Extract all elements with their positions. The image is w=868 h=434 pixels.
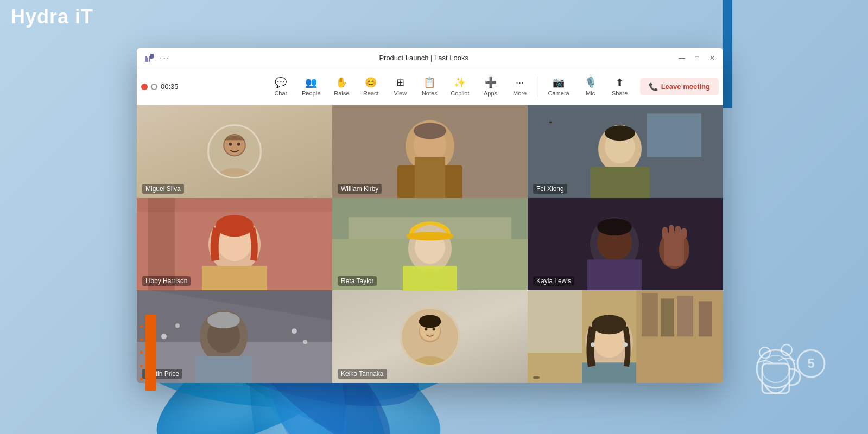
svg-point-74 bbox=[425, 328, 427, 330]
kayla-name: Kayla Lewis bbox=[533, 276, 574, 286]
people-button[interactable]: 👥 People bbox=[296, 73, 326, 100]
teams-window: ··· Product Launch | Last Looks — □ ✕ 00… bbox=[137, 48, 723, 383]
svg-text:5: 5 bbox=[807, 356, 814, 371]
apps-button[interactable]: ➕ Apps bbox=[477, 73, 504, 100]
notes-button[interactable]: 📋 Notes bbox=[416, 73, 443, 100]
svg-rect-63 bbox=[195, 356, 252, 383]
camera-button[interactable]: 📷 Camera bbox=[543, 73, 575, 100]
chat-button[interactable]: 💬 Chat bbox=[267, 73, 294, 100]
video-cell-reta: Reta Taylor bbox=[332, 198, 528, 291]
svg-point-32 bbox=[605, 125, 635, 141]
svg-point-88 bbox=[623, 343, 628, 347]
reta-name: Reta Taylor bbox=[338, 276, 377, 286]
svg-rect-57 bbox=[669, 225, 674, 238]
svg-rect-59 bbox=[681, 228, 687, 239]
view-button[interactable]: ⊞ View bbox=[387, 73, 414, 100]
svg-point-67 bbox=[175, 324, 180, 328]
recording-time: 00:35 bbox=[161, 82, 179, 91]
chat-icon: 💬 bbox=[275, 76, 287, 88]
svg-rect-78 bbox=[642, 293, 658, 337]
accent-bar bbox=[723, 0, 732, 108]
miguel-name: Miguel Silva bbox=[142, 184, 184, 194]
app-logo: Hydra iT bbox=[11, 5, 93, 28]
recording-circle bbox=[151, 84, 157, 90]
title-bar-left: ··· bbox=[143, 52, 170, 64]
svg-point-75 bbox=[433, 328, 435, 330]
copilot-icon: ✨ bbox=[454, 76, 466, 88]
svg-point-53 bbox=[597, 218, 632, 235]
people-icon: 👥 bbox=[305, 76, 317, 88]
share-button[interactable]: ⬆ Share bbox=[606, 73, 633, 100]
react-label: React bbox=[363, 90, 379, 97]
libby-name: Libby Harrison bbox=[142, 276, 191, 286]
title-bar-menu[interactable]: ··· bbox=[160, 53, 170, 63]
recording-dot bbox=[141, 84, 148, 90]
apps-icon: ➕ bbox=[485, 76, 497, 88]
svg-rect-30 bbox=[590, 167, 650, 197]
raise-icon: ✋ bbox=[335, 76, 347, 88]
keiko-avatar bbox=[400, 307, 460, 367]
camera-icon: 📷 bbox=[553, 76, 565, 88]
svg-rect-52 bbox=[587, 259, 642, 290]
notes-icon: 📋 bbox=[423, 76, 435, 88]
close-button[interactable]: ✕ bbox=[708, 54, 717, 62]
title-bar-controls: — □ ✕ bbox=[677, 54, 717, 62]
apps-label: Apps bbox=[484, 90, 497, 97]
svg-rect-82 bbox=[528, 290, 582, 353]
svg-rect-79 bbox=[661, 299, 674, 337]
svg-rect-28 bbox=[647, 113, 701, 157]
recording-indicator: 00:35 bbox=[141, 77, 179, 97]
copilot-badge: 5 bbox=[732, 336, 841, 423]
raise-button[interactable]: ✋ Raise bbox=[328, 73, 355, 100]
chat-label: Chat bbox=[274, 90, 287, 97]
video-cell-miguel: Miguel Silva bbox=[137, 105, 332, 198]
mic-icon: 🎙️ bbox=[585, 76, 597, 88]
svg-point-65 bbox=[207, 312, 240, 329]
ninth-name bbox=[533, 376, 540, 379]
leave-meeting-label: Leave meeting bbox=[661, 82, 710, 91]
svg-point-87 bbox=[591, 343, 595, 347]
svg-point-86 bbox=[592, 315, 626, 335]
video-cell-libby: Libby Harrison bbox=[137, 198, 332, 291]
svg-rect-25 bbox=[415, 157, 445, 197]
svg-point-19 bbox=[229, 143, 232, 146]
view-icon: ⊞ bbox=[396, 76, 404, 88]
toolbar-separator-1 bbox=[538, 77, 538, 97]
view-label: View bbox=[394, 90, 407, 97]
svg-point-33 bbox=[549, 121, 552, 123]
copilot-label: Copilot bbox=[451, 90, 469, 97]
phone-icon: 📞 bbox=[649, 82, 658, 91]
video-grid: Miguel Silva William Kirby bbox=[137, 105, 723, 383]
more-button[interactable]: ··· More bbox=[506, 74, 534, 100]
video-cell-kayla: Kayla Lewis bbox=[528, 198, 723, 291]
react-icon: 😊 bbox=[365, 76, 377, 88]
mic-label: Mic bbox=[586, 90, 595, 97]
react-button[interactable]: 😊 React bbox=[357, 73, 384, 100]
orange-bar bbox=[145, 315, 156, 391]
svg-point-26 bbox=[414, 123, 446, 139]
svg-rect-81 bbox=[699, 302, 712, 337]
title-bar: ··· Product Launch | Last Looks — □ ✕ bbox=[137, 48, 723, 68]
window-title: Product Launch | Last Looks bbox=[170, 54, 677, 62]
leave-meeting-button[interactable]: 📞 Leave meeting bbox=[640, 78, 719, 95]
notes-label: Notes bbox=[422, 90, 438, 97]
more-icon: ··· bbox=[516, 77, 524, 88]
camera-label: Camera bbox=[548, 90, 569, 97]
orange-dots bbox=[136, 315, 147, 391]
share-label: Share bbox=[612, 90, 628, 97]
maximize-button[interactable]: □ bbox=[693, 54, 701, 62]
raise-label: Raise bbox=[334, 90, 349, 97]
video-cell-fei: Fei Xiong bbox=[528, 105, 723, 198]
svg-rect-55 bbox=[664, 233, 684, 266]
svg-rect-16 bbox=[148, 56, 149, 62]
william-name: William Kirby bbox=[338, 184, 382, 194]
mic-button[interactable]: 🎙️ Mic bbox=[577, 73, 604, 100]
minimize-button[interactable]: — bbox=[677, 54, 686, 62]
video-cell-ninth bbox=[528, 290, 723, 383]
teams-icon bbox=[143, 52, 155, 64]
svg-point-69 bbox=[303, 340, 307, 344]
svg-point-48 bbox=[406, 232, 454, 240]
copilot-button[interactable]: ✨ Copilot bbox=[445, 73, 474, 100]
svg-rect-58 bbox=[675, 226, 681, 238]
video-cell-keiko: Keiko Tannaka bbox=[332, 290, 528, 383]
